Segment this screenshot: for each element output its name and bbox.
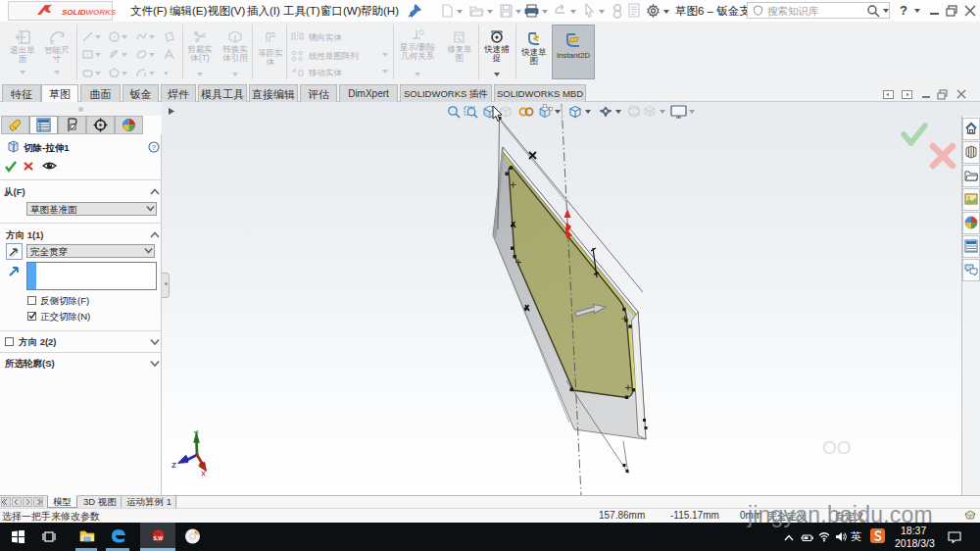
svg-text:S.W: S.W bbox=[154, 535, 164, 541]
svg-text:?: ? bbox=[152, 143, 157, 152]
svg-text:SOLIDWORKS: SOLIDWORKS bbox=[62, 8, 117, 17]
svg-text:Z: Z bbox=[172, 461, 176, 470]
